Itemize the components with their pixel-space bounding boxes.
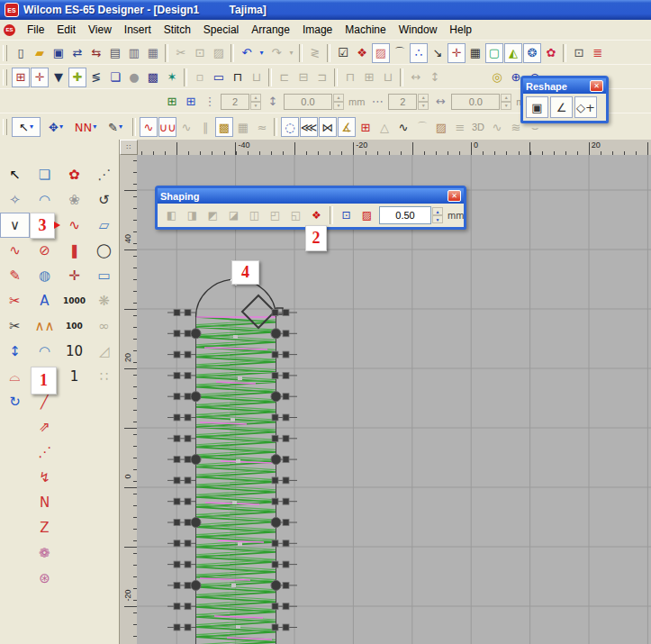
spiral-icon[interactable]: ❏ [106,68,124,87]
wave-fill-icon[interactable]: ≈ [253,117,271,137]
jagged-icon[interactable]: ∿ [394,117,412,137]
menu-arrange[interactable]: Arrange [245,22,296,38]
dots-texture-icon[interactable]: ∷ [89,364,119,389]
gap-distance-field[interactable]: 0.50 [379,206,431,224]
menu-image[interactable]: Image [296,22,339,38]
digitize-tool[interactable]: ✎▾ [101,117,130,137]
menu-stitch[interactable]: Stitch [158,22,197,38]
texture-icon[interactable]: ◿ [89,339,119,364]
align-top-icon[interactable]: ⊓ [341,68,359,87]
menu-window[interactable]: Window [393,22,444,38]
cols-count-field[interactable]: 2 [388,94,417,110]
exclude-icon[interactable]: ◪ [224,206,243,224]
polygon-select-icon[interactable]: ✧ [0,187,30,213]
weld-icon[interactable]: ◧ [162,206,181,224]
fill-holes-icon[interactable]: ⊡ [337,206,356,224]
measure-angle-icon[interactable]: ∠ [550,96,573,118]
row-spacing-field[interactable]: 0.0 [284,94,332,110]
add-node-icon[interactable]: ✚ [68,68,86,87]
rectangle-tool-icon[interactable]: ▭ [89,263,119,288]
motif-stitch-icon[interactable]: ∥ [196,117,214,137]
toolbar-grip[interactable] [3,119,7,135]
reshape-views-icon[interactable]: ▣ [526,96,548,118]
satin-column-icon[interactable]: ∿ [59,213,89,238]
print-preview-icon[interactable]: ▥ [125,43,143,63]
n-stitch-icon[interactable]: N [30,490,59,515]
eyelet-icon[interactable]: ⊛ [30,566,59,591]
scale-1-icon[interactable]: 1 [59,364,89,389]
lock-icon[interactable]: ⊓ [229,68,247,87]
stitch-length-icon[interactable]: ↕ [0,339,30,364]
tatami-fill-icon[interactable]: ▩ [215,117,233,137]
monogram-flowers-icon[interactable]: ✿ [59,162,89,187]
z-stitch-icon[interactable]: Z [30,515,59,540]
rotate-ellipse-icon[interactable]: ↻ [0,389,30,414]
remove-overlaps-icon[interactable]: ❖ [307,206,326,224]
reshape-dome-icon[interactable]: ◠ [30,187,59,213]
arc-tool-icon[interactable]: ↺ [89,187,119,213]
align-left-icon[interactable]: ⊏ [276,68,294,87]
open-design-icon[interactable]: ▰ [31,43,49,63]
cut-zigzag-icon[interactable]: ✂ [0,288,30,313]
stitches-view-icon[interactable]: ❖ [353,43,371,63]
transform-box-icon[interactable]: ▭ [210,68,228,87]
star-shape-icon[interactable]: ✶ [163,68,181,87]
dash-stitch-icon[interactable]: ⋰ [30,440,59,465]
star-circle-icon[interactable]: ❁ [30,540,59,566]
trim-icon[interactable]: ◨ [183,206,202,224]
pattern-fill-icon[interactable]: ▩ [144,68,162,87]
color-film-icon[interactable]: ≣ [589,43,607,63]
arch-icon[interactable]: ⌒ [413,117,431,137]
new-design-icon[interactable]: ▯ [12,43,30,63]
satin-stitch-icon[interactable]: ∿ [140,117,158,137]
redo-icon[interactable]: ↷ [267,43,285,63]
lattice-icon[interactable]: ⊞ [357,117,375,137]
circle-band-icon[interactable]: ◠ [30,339,59,364]
slant-lines-icon[interactable]: ⋰ [89,162,119,187]
menu-insert[interactable]: Insert [118,22,158,38]
hoop-layout-icon[interactable]: ⊞ [12,68,30,87]
zoom-tool-icon[interactable]: ◎ [488,68,506,87]
fan-stitch-icon[interactable]: ⌓ [0,364,30,389]
needle-points-icon[interactable]: ▨ [372,43,390,63]
menu-view[interactable]: View [82,22,118,38]
box-select-icon[interactable]: ▫ [191,68,209,87]
dotted-outline-icon[interactable]: ◌ [281,117,299,137]
grid-fill-icon[interactable]: ▦ [234,117,252,137]
fur-stitch-icon[interactable]: ❋ [89,288,119,313]
toolbar-grip[interactable] [3,69,7,86]
measure-tool-icon[interactable]: ∨ [0,213,30,238]
stitch-overlap-icon[interactable]: ▨ [357,206,376,224]
add-point-icon[interactable]: ◇+ [574,96,597,118]
paste-icon[interactable]: ▨ [210,43,228,63]
hoop-view-icon[interactable]: ▢ [485,43,503,63]
redo-dropdown[interactable]: ▾ [286,43,296,63]
feather-icon[interactable]: △ [375,117,393,137]
align-right-icon[interactable]: ⊐ [313,68,331,87]
no-monogram-icon[interactable]: ⊘ [30,238,59,263]
stitch-select-icon[interactable]: ∿ [0,238,30,263]
mirror-grid-icon[interactable]: ⊞ [163,92,181,112]
bead-stitch-icon[interactable]: ❚ [59,238,89,263]
col-spacing-field-spinner[interactable]: ▲▼ [501,94,511,110]
binoculars-icon[interactable]: ∞ [89,313,119,339]
close-icon[interactable]: ✕ [590,80,603,92]
back-minus-front-icon[interactable]: ◰ [266,206,285,224]
stitch-player-icon[interactable]: ≷ [306,43,324,63]
reshape-object-tool[interactable]: ✥▾ [41,117,70,137]
reshape-palette-titlebar[interactable]: Reshape ✕ [523,78,606,94]
scale-100-icon[interactable]: 100 [59,313,89,339]
cols-handle-icon[interactable]: ⋯ [368,92,386,112]
align-bottom-icon[interactable]: ⊔ [379,68,397,87]
lettering-a-icon[interactable]: A [30,288,59,313]
undo-icon[interactable]: ↶ [238,43,256,63]
grid-view-icon[interactable]: ▦ [466,43,484,63]
figures-icon[interactable]: ∧∧ [30,313,59,339]
save-design-icon[interactable]: ▣ [50,43,68,63]
front-minus-back-icon[interactable]: ◫ [245,206,264,224]
reshape-shape-icon[interactable]: ❏ [30,162,59,187]
align-middle-icon[interactable]: ⊞ [360,68,378,87]
scale-10-icon[interactable]: 10 [59,339,89,364]
letter-w-pen-icon[interactable]: ✎ [0,263,30,288]
stitch-pointer-icon[interactable]: ▼ [50,68,68,87]
